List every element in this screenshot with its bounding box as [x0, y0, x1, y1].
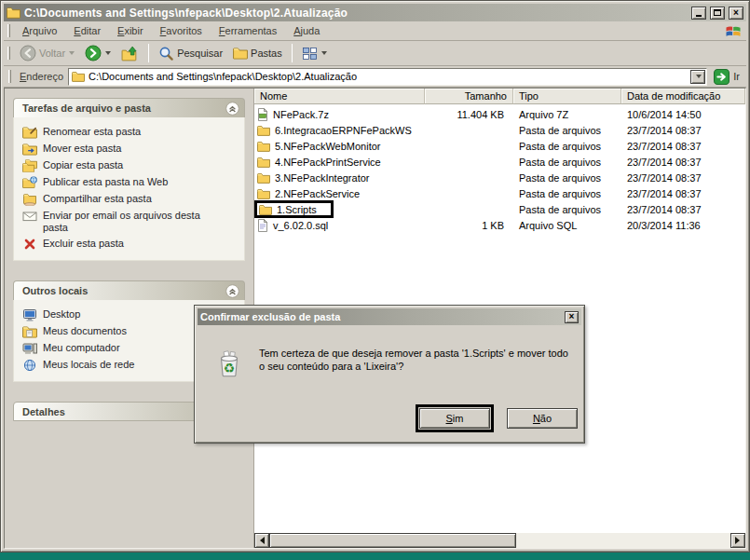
- address-combobox[interactable]: C:\Documents and Settings\nfepack\Deskto…: [68, 68, 707, 86]
- task-email-files[interactable]: Enviar por email os arquivos desta pasta: [22, 208, 240, 236]
- file-row-scripts[interactable]: 1.Scripts Pasta de arquivos 23/7/2014 08…: [254, 201, 745, 217]
- file-row[interactable]: 2.NFePackService Pasta de arquivos 23/7/…: [254, 185, 745, 201]
- folders-button[interactable]: Pastas: [228, 44, 287, 62]
- menu-exibir[interactable]: Exibir: [109, 22, 152, 39]
- task-share-folder[interactable]: Compartilhar esta pasta: [22, 191, 240, 208]
- close-button[interactable]: ×: [729, 7, 743, 20]
- search-button[interactable]: Pesquisar: [154, 43, 227, 64]
- forward-dropdown-icon: [105, 51, 111, 55]
- file-row[interactable]: 4.NFePackPrintService Pasta de arquivos …: [254, 154, 745, 170]
- file-type: Pasta de arquivos: [513, 141, 621, 152]
- panel-title: Detalhes: [22, 406, 65, 417]
- my-computer-icon: [22, 342, 37, 355]
- arrow-right-icon: [735, 537, 743, 544]
- menu-arquivo[interactable]: Arquivo: [14, 22, 65, 39]
- file-name[interactable]: 2.NFePackService: [275, 188, 360, 199]
- column-header-name[interactable]: Nome: [254, 89, 425, 104]
- views-button[interactable]: [297, 43, 332, 64]
- task-label: Excluir esta pasta: [43, 238, 124, 250]
- yes-label: Sim: [446, 413, 464, 424]
- file-name[interactable]: 3.NFePackIntegrator: [275, 172, 370, 184]
- highlight-annotation-box: 1.Scripts: [254, 200, 334, 218]
- horizontal-scrollbar[interactable]: [254, 533, 745, 548]
- file-name[interactable]: v_6.02.0.sql: [273, 220, 328, 231]
- toolbar-grip[interactable]: [7, 24, 10, 37]
- file-name[interactable]: 5.NFePackWebMonitor: [275, 141, 381, 152]
- back-button[interactable]: Voltar: [15, 42, 79, 64]
- scroll-left-button[interactable]: [254, 533, 269, 548]
- file-row[interactable]: 5.NFePackWebMonitor Pasta de arquivos 23…: [254, 138, 745, 154]
- menu-favoritos[interactable]: Favoritos: [152, 22, 211, 39]
- place-label: Meus documentos: [43, 325, 127, 337]
- file-row[interactable]: 6.IntegracaoERPNFePackWS Pasta de arquiv…: [254, 122, 745, 138]
- search-label: Pesquisar: [177, 48, 223, 59]
- title-bar[interactable]: C:\Documents and Settings\nfepack\Deskto…: [4, 4, 746, 21]
- toolbar-grip[interactable]: [7, 47, 10, 60]
- share-folder-icon: [22, 193, 37, 206]
- file-date: 23/7/2014 08:37: [621, 204, 745, 215]
- delete-icon: [22, 238, 37, 251]
- task-copy-folder[interactable]: Copiar esta pasta: [22, 157, 240, 174]
- column-header-date[interactable]: Data de modificação: [621, 89, 745, 104]
- search-icon: [158, 46, 174, 61]
- scrollbar-thumb[interactable]: [269, 533, 516, 548]
- address-dropdown-button[interactable]: [690, 70, 705, 84]
- recycle-bin-icon: [213, 348, 245, 379]
- close-icon: ×: [733, 8, 739, 18]
- folder-icon: [257, 188, 270, 199]
- panel-header-other-places[interactable]: Outros locais: [13, 280, 245, 300]
- file-name[interactable]: 6.IntegracaoERPNFePackWS: [275, 125, 412, 136]
- place-label: Meus locais de rede: [43, 359, 134, 371]
- close-icon: ×: [569, 312, 575, 321]
- task-label: Copiar esta pasta: [43, 159, 123, 171]
- maximize-button[interactable]: [710, 7, 725, 20]
- go-button[interactable]: Ir: [712, 68, 743, 86]
- scrollbar-track[interactable]: [516, 533, 730, 548]
- forward-button[interactable]: [80, 42, 116, 64]
- menu-editar[interactable]: Editar: [65, 22, 109, 39]
- no-button[interactable]: Não: [507, 408, 578, 429]
- file-name[interactable]: NFePack.7z: [273, 109, 329, 120]
- explorer-window: C:\Documents and Settings\nfepack\Deskto…: [0, 0, 750, 553]
- task-publish-folder[interactable]: Publicar esta pasta na Web: [22, 174, 240, 191]
- file-row[interactable]: NFePack.7z 11.404 KB Arquivo 7Z 10/6/201…: [254, 106, 745, 122]
- column-header-size[interactable]: Tamanho: [425, 89, 513, 104]
- minimize-button[interactable]: [691, 7, 706, 20]
- task-label: Compartilhar esta pasta: [43, 193, 152, 205]
- views-icon: [302, 46, 318, 61]
- task-rename-folder[interactable]: Renomear esta pasta: [22, 124, 240, 141]
- arrow-left-icon: [256, 537, 265, 544]
- scroll-right-button[interactable]: [730, 533, 745, 548]
- file-name[interactable]: 1.Scripts: [277, 204, 317, 215]
- address-folder-icon: [72, 71, 85, 82]
- folder-up-icon: [121, 46, 139, 61]
- minimize-icon: [696, 15, 702, 17]
- file-type: Pasta de arquivos: [513, 125, 621, 136]
- file-row[interactable]: v_6.02.0.sql 1 KB Arquivo SQL 20/3/2014 …: [254, 217, 745, 233]
- task-delete-folder[interactable]: Excluir esta pasta: [22, 236, 240, 253]
- column-header-type[interactable]: Tipo: [513, 89, 621, 104]
- go-label: Ir: [733, 71, 740, 82]
- file-row[interactable]: 3.NFePackIntegrator Pasta de arquivos 23…: [254, 170, 745, 185]
- file-type: Pasta de arquivos: [513, 157, 621, 168]
- task-move-folder[interactable]: Mover esta pasta: [22, 141, 240, 157]
- folders-label: Pastas: [251, 48, 282, 59]
- address-bar: Endereço C:\Documents and Settings\nfepa…: [4, 66, 746, 88]
- archive-file-icon: [257, 108, 268, 121]
- chevron-up-icon[interactable]: [225, 284, 239, 298]
- file-name[interactable]: 4.NFePackPrintService: [275, 157, 381, 168]
- chevron-up-icon[interactable]: [225, 102, 239, 116]
- dialog-title-bar[interactable]: Confirmar exclusão de pasta ×: [198, 308, 581, 325]
- toolbar-grip[interactable]: [8, 70, 11, 83]
- menu-ajuda[interactable]: Ajuda: [285, 22, 328, 39]
- up-button[interactable]: [116, 43, 143, 64]
- panel-header-file-tasks[interactable]: Tarefas de arquivo e pasta: [13, 98, 245, 117]
- dialog-close-button[interactable]: ×: [565, 311, 579, 323]
- my-documents-icon: [22, 325, 37, 338]
- window-title: C:\Documents and Settings\nfepack\Deskto…: [24, 7, 688, 20]
- menu-ferramentas[interactable]: Ferramentas: [211, 22, 285, 39]
- views-dropdown-icon: [321, 51, 327, 55]
- yes-button[interactable]: Sim: [419, 408, 490, 429]
- file-date: 23/7/2014 08:37: [621, 141, 745, 152]
- address-input[interactable]: C:\Documents and Settings\nfepack\Deskto…: [89, 71, 687, 82]
